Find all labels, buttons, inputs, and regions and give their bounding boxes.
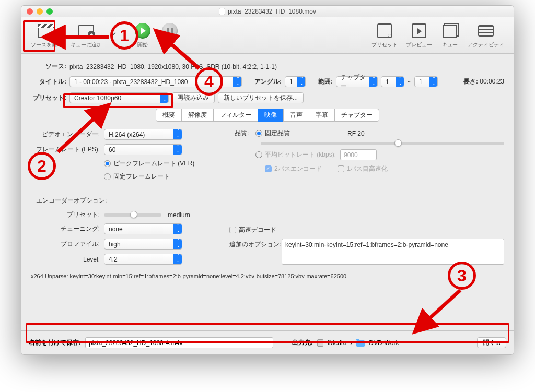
folder-icon [356,340,365,347]
tab-audio[interactable]: 音声 [283,109,309,122]
preview-button[interactable]: プレビュー [406,22,432,49]
toolbar: ソースを開く キューに追加 ⌄ 開始 停止 プリセット プレビュー [21,17,514,54]
play-icon [135,23,150,39]
source-label: ソース: [31,62,66,71]
encoder-select[interactable]: H.264 (x264) [104,129,182,140]
activity-icon [478,25,494,37]
chevron-down-icon: ⌄ [109,25,118,38]
reload-button[interactable]: 再読み込み [172,92,215,103]
rf-label: RF [347,130,356,137]
content-area: ソース: pixta_23283432_HD_1080, 1920x1080, … [21,54,514,330]
preset-select[interactable]: Creator 1080p60 [69,92,169,103]
cfr-radio[interactable] [104,173,111,180]
vfr-radio[interactable] [104,160,111,167]
dest-label: 出力先: [292,338,313,347]
unparse-text: x264 Unparse: keyint=30:keyint-min=15:re… [31,273,504,279]
filename-input[interactable]: pixta_23283432_HD_1080-4.m4v [85,337,273,348]
range-label: 範囲: [318,77,333,86]
tab-filters[interactable]: フィルター [213,109,258,122]
angle-label: アングル: [254,77,282,86]
source-text: pixta_23283432_HD_1080, 1920x1080, 30 FP… [69,63,277,70]
stop-button[interactable]: 停止 [160,22,179,49]
turbo-check [338,165,344,172]
tabs: 概要 解像度 フィルター 映像 音声 字幕 チャプター [31,109,504,122]
queue-menu-button[interactable]: ⌄ [104,23,123,47]
dest-disk[interactable]: iMedia [328,339,346,347]
save-preset-button[interactable]: 新しいプリセットを保存... [218,92,304,103]
window-title: pixta_23283432_HD_1080.mov [228,8,316,15]
start-button[interactable]: 開始 [133,22,152,49]
quality-label: 品質: [235,129,255,138]
tab-dimensions[interactable]: 解像度 [181,109,214,122]
clapperboard-icon [38,24,55,38]
tab-chapters[interactable]: チャプター [334,109,379,122]
range-from-select[interactable]: 1 [381,76,404,87]
footer: 名前を付けて保存: pixta_23283432_HD_1080-4.m4v 出… [21,330,514,354]
duration-label: 長さ: [463,78,478,85]
preview-icon [412,23,426,38]
presets-button[interactable]: プリセット [371,22,398,49]
tab-video[interactable]: 映像 [258,109,284,122]
add-image-icon [78,25,94,37]
extra-options-input[interactable]: keyint=30:min-keyint=15:ref=1:bframes=2:… [282,239,504,265]
preset-icon [377,23,392,38]
add-queue-button[interactable]: キューに追加 [71,22,102,49]
abr-radio[interactable] [255,151,262,158]
duration-value: 00:00:23 [480,78,504,85]
angle-select[interactable]: 1 [285,76,306,87]
title-select[interactable]: 1 - 00:00:23 - pixta_23283432_HD_1080 [69,76,242,87]
encoder-preset-value: medium [168,211,190,219]
save-as-label: 名前を付けて保存: [29,338,81,347]
fastdecode-check[interactable] [229,227,236,233]
dest-folder[interactable]: DVD-Work [369,339,399,347]
profile-select[interactable]: high [104,239,182,250]
pause-icon [162,23,178,39]
quality-slider[interactable] [261,142,504,145]
encoder-options-heading: エンコーダーオプション: [36,196,504,205]
disk-icon [317,339,323,347]
queue-icon [443,25,457,38]
tuning-select[interactable]: none [104,223,182,234]
queue-button[interactable]: キュー [440,22,459,49]
range-to-select[interactable]: 1 [414,76,438,87]
document-icon [219,8,225,15]
title-label: タイトル: [31,77,66,86]
encoder-label: ビデオエンコーダー: [31,130,104,139]
tab-subtitles[interactable]: 字幕 [309,109,335,122]
fps-label: フレームレート (FPS): [31,145,104,154]
activity-button[interactable]: アクティビティ [468,22,504,49]
fps-select[interactable]: 60 [104,144,182,155]
encoder-preset-slider[interactable] [104,213,161,217]
level-select[interactable]: 4.2 [104,254,182,265]
cq-radio[interactable] [255,130,262,137]
rf-value: 20 [357,130,364,137]
twopass-check [265,165,272,172]
app-window: pixta_23283432_HD_1080.mov ソースを開く キューに追加… [21,5,514,355]
open-source-button[interactable]: ソースを開く [31,22,62,49]
range-type-select[interactable]: チャプター [336,76,378,87]
tab-summary[interactable]: 概要 [156,109,182,122]
browse-button[interactable]: 開く... [477,337,506,348]
preset-label: プリセット: [31,93,66,102]
titlebar: pixta_23283432_HD_1080.mov [21,6,514,17]
abr-input: 9000 [340,149,377,160]
